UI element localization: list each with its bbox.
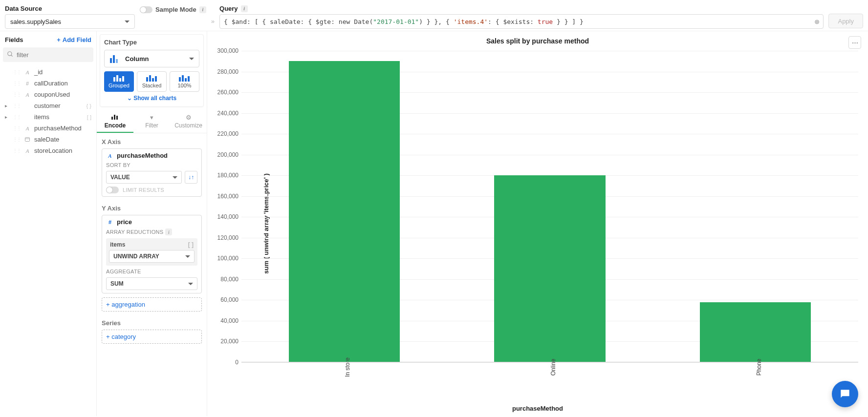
svg-rect-19 xyxy=(111,117,113,120)
svg-rect-18 xyxy=(188,76,190,82)
svg-rect-8 xyxy=(116,75,118,82)
y-tick: 260,000 xyxy=(211,89,239,96)
info-icon[interactable]: i xyxy=(241,5,248,12)
array-name: items xyxy=(110,241,125,248)
svg-rect-21 xyxy=(116,116,118,120)
datasource-select[interactable]: sales.supplySales xyxy=(5,14,135,29)
info-icon[interactable]: i xyxy=(165,229,172,235)
y-tick: 160,000 xyxy=(211,193,239,200)
info-icon[interactable]: i xyxy=(199,6,206,13)
svg-rect-16 xyxy=(182,75,184,82)
string-type-icon: A xyxy=(23,125,31,131)
svg-rect-14 xyxy=(155,76,157,82)
x-axis-label: purchaseMethod xyxy=(512,405,563,412)
ellipsis-icon: ⋯ xyxy=(852,39,858,46)
chart-type-select[interactable]: Column xyxy=(104,50,199,67)
tab-filter[interactable]: ▾ Filter xyxy=(133,110,170,133)
svg-rect-9 xyxy=(119,78,121,82)
aggregate-select[interactable]: SUM xyxy=(106,277,197,290)
chevron-down-icon xyxy=(188,283,193,285)
bars-icon xyxy=(146,75,158,82)
bar-online[interactable] xyxy=(494,175,605,362)
y-tick: 200,000 xyxy=(211,151,239,158)
svg-rect-10 xyxy=(122,76,124,82)
sample-mode-toggle[interactable] xyxy=(140,6,152,13)
chevron-right-icon[interactable]: ▸ xyxy=(5,103,10,108)
chart-variant-stacked[interactable]: Stacked xyxy=(137,71,167,92)
series-title: Series xyxy=(102,319,202,327)
y-tick: 0 xyxy=(211,359,239,366)
drag-handle-icon[interactable]: ⋮⋮ xyxy=(13,103,21,108)
bars-icon xyxy=(113,75,126,82)
field-storeLocation[interactable]: ⋮⋮AstoreLocation xyxy=(3,146,93,156)
svg-rect-13 xyxy=(152,78,154,82)
limit-results-toggle[interactable] xyxy=(106,187,119,193)
y-tick: 140,000 xyxy=(211,213,239,220)
chevron-down-icon xyxy=(125,21,130,23)
x-tick: Online xyxy=(550,359,557,376)
string-type-icon: A xyxy=(23,92,31,98)
field-customer[interactable]: ▸⋮⋮customer{ } xyxy=(3,101,93,111)
field-items[interactable]: ▸⋮⋮items[ ] xyxy=(3,112,93,122)
x-tick: In store xyxy=(344,357,351,377)
field-saleDate[interactable]: ⋮⋮saleDate xyxy=(3,134,93,145)
tab-encode[interactable]: Encode xyxy=(97,110,133,133)
x-axis-field[interactable]: A purchaseMethod SORT BY VALUE ↓↑ LIMIT … xyxy=(102,148,202,197)
x-tick: Phone xyxy=(756,359,762,376)
field-couponUsed[interactable]: ⋮⋮AcouponUsed xyxy=(3,89,93,100)
drag-handle-icon[interactable]: ⋮⋮ xyxy=(13,92,21,97)
field-_id[interactable]: ⋮⋮A_id xyxy=(3,67,93,77)
svg-rect-17 xyxy=(185,78,187,82)
field-name: storeLocation xyxy=(34,147,72,154)
clear-query-icon[interactable]: ⊗ xyxy=(815,17,820,26)
datasource-value: sales.supplySales xyxy=(10,18,61,25)
chart-menu-button[interactable]: ⋯ xyxy=(848,36,861,49)
chevron-down-icon: ⌄ xyxy=(127,95,132,102)
drag-handle-icon[interactable]: ⋮⋮ xyxy=(13,81,21,86)
y-tick: 100,000 xyxy=(211,255,239,262)
sort-by-select[interactable]: VALUE xyxy=(106,171,182,184)
chevron-right-icon[interactable]: ▸ xyxy=(5,114,10,120)
drag-handle-icon[interactable]: ⋮⋮ xyxy=(13,137,21,142)
chart-area: ⋯ Sales split by purchase method sum ( u… xyxy=(207,31,868,416)
search-icon xyxy=(7,51,14,59)
field-purchaseMethod[interactable]: ⋮⋮ApurchaseMethod xyxy=(3,123,93,133)
svg-rect-2 xyxy=(25,137,30,141)
add-field-button[interactable]: + Add Field xyxy=(57,36,91,43)
funnel-icon: ▾ xyxy=(150,114,153,121)
fields-title: Fields xyxy=(5,36,23,43)
datasource-label: Data Source xyxy=(5,5,135,12)
drag-handle-icon[interactable]: ⋮⋮ xyxy=(13,69,21,75)
y-tick: 280,000 xyxy=(211,68,239,75)
chat-icon xyxy=(839,388,851,400)
drag-handle-icon[interactable]: ⋮⋮ xyxy=(13,125,21,131)
tab-customize[interactable]: ⚙ Customize xyxy=(170,110,207,133)
fields-filter-input[interactable] xyxy=(3,47,93,62)
drag-handle-icon[interactable]: ⋮⋮ xyxy=(13,114,21,120)
bar-phone[interactable] xyxy=(700,302,811,362)
query-label: Query xyxy=(219,5,238,12)
y-axis-field[interactable]: # price ARRAY REDUCTIONS i items [ ] UNW… xyxy=(102,215,202,293)
chat-fab-button[interactable] xyxy=(832,381,858,407)
add-category-button[interactable]: + category xyxy=(102,330,202,344)
chevron-down-icon xyxy=(173,176,177,179)
sort-by-label: SORT BY xyxy=(106,162,197,168)
chart-variant-grouped[interactable]: Grouped xyxy=(104,71,134,92)
y-tick: 20,000 xyxy=(211,338,239,345)
svg-rect-7 xyxy=(113,77,115,82)
collapse-chevrons-icon[interactable]: » xyxy=(211,18,215,25)
query-input[interactable]: { $and: [ { saleDate: { $gte: new Date("… xyxy=(219,14,824,29)
drag-handle-icon[interactable]: ⋮⋮ xyxy=(13,148,21,153)
show-all-charts-link[interactable]: ⌄ Show all charts xyxy=(104,92,199,103)
bar-in-store[interactable] xyxy=(289,61,400,362)
array-reduction-select[interactable]: UNWIND ARRAY xyxy=(109,250,195,263)
add-aggregation-button[interactable]: + aggregation xyxy=(102,297,202,312)
svg-rect-4 xyxy=(110,58,112,63)
apply-button[interactable]: Apply xyxy=(828,14,863,28)
chart-title: Sales split by purchase method xyxy=(211,37,864,45)
sort-direction-button[interactable]: ↓↑ xyxy=(185,171,197,184)
number-type-icon: # xyxy=(106,219,114,225)
chevron-down-icon xyxy=(189,58,194,60)
field-callDuration[interactable]: ⋮⋮#callDuration xyxy=(3,78,93,88)
chart-variant-100%[interactable]: 100% xyxy=(170,71,199,92)
